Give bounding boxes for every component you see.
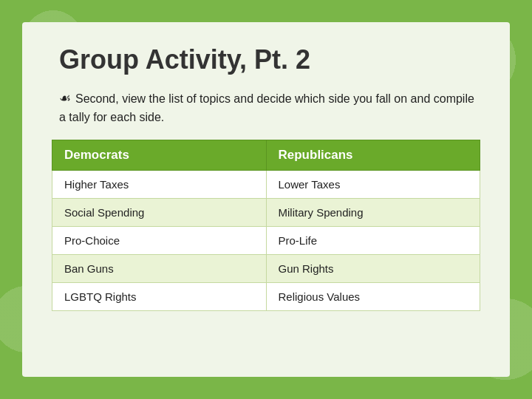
cell-republican-4: Religious Values: [266, 283, 480, 311]
slide-title: Group Activity, Pt. 2: [59, 44, 480, 75]
bullet-icon: ☙: [59, 89, 71, 109]
cell-democrat-0: Higher Taxes: [52, 171, 267, 199]
cell-democrat-4: LGBTQ Rights: [52, 283, 267, 311]
slide-subtitle: ☙Second, view the list of topics and dec…: [59, 89, 480, 126]
cell-democrat-3: Ban Guns: [52, 255, 267, 283]
cell-republican-3: Gun Rights: [266, 255, 480, 283]
comparison-table: Democrats Republicans Higher TaxesLower …: [52, 140, 480, 311]
table-row: Social SpendingMilitary Spending: [52, 199, 480, 227]
table-body: Higher TaxesLower TaxesSocial SpendingMi…: [52, 171, 480, 311]
cell-republican-0: Lower Taxes: [266, 171, 480, 199]
table-header-row: Democrats Republicans: [52, 140, 480, 171]
header-democrats: Democrats: [52, 140, 267, 171]
cell-republican-1: Military Spending: [266, 199, 480, 227]
table-row: Ban GunsGun Rights: [52, 255, 480, 283]
slide-container: Group Activity, Pt. 2 ☙Second, view the …: [22, 22, 510, 377]
table-row: LGBTQ RightsReligious Values: [52, 283, 480, 311]
cell-republican-2: Pro-Life: [266, 227, 480, 255]
cell-democrat-2: Pro-Choice: [52, 227, 267, 255]
table-row: Higher TaxesLower Taxes: [52, 171, 480, 199]
header-republicans: Republicans: [266, 140, 480, 171]
cell-democrat-1: Social Spending: [52, 199, 267, 227]
table-row: Pro-ChoicePro-Life: [52, 227, 480, 255]
